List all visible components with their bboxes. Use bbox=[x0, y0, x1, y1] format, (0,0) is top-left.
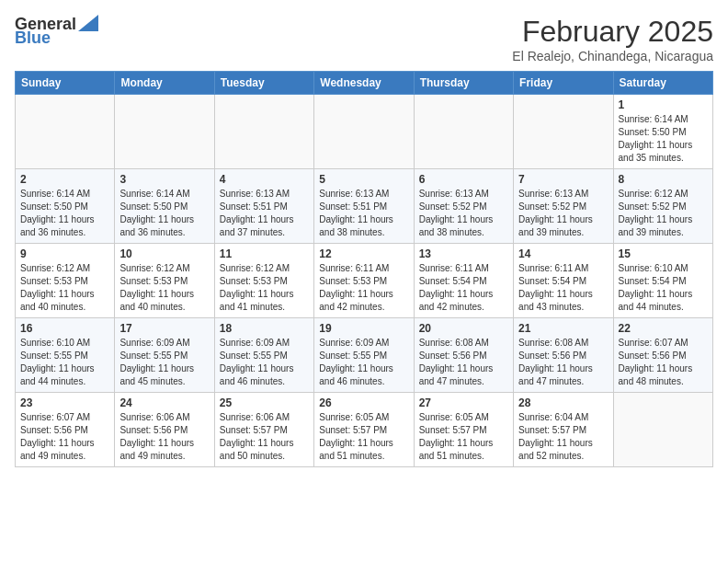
weekday-header-tuesday: Tuesday bbox=[214, 72, 313, 95]
day-number: 18 bbox=[220, 322, 309, 335]
calendar-cell: 13Sunrise: 6:11 AM Sunset: 5:54 PM Dayli… bbox=[414, 244, 513, 318]
day-info: Sunrise: 6:08 AM Sunset: 5:56 PM Dayligh… bbox=[518, 337, 608, 388]
calendar-cell: 15Sunrise: 6:10 AM Sunset: 5:54 PM Dayli… bbox=[613, 244, 712, 318]
day-info: Sunrise: 6:04 AM Sunset: 5:57 PM Dayligh… bbox=[518, 411, 608, 463]
calendar-week-2: 2Sunrise: 6:14 AM Sunset: 5:50 PM Daylig… bbox=[16, 169, 713, 244]
calendar-cell: 18Sunrise: 6:09 AM Sunset: 5:55 PM Dayli… bbox=[214, 318, 313, 393]
calendar-cell: 17Sunrise: 6:09 AM Sunset: 5:55 PM Dayli… bbox=[115, 318, 214, 393]
calendar-cell: 27Sunrise: 6:05 AM Sunset: 5:57 PM Dayli… bbox=[414, 393, 513, 467]
day-number: 24 bbox=[119, 396, 209, 409]
calendar-cell bbox=[613, 393, 712, 467]
day-info: Sunrise: 6:13 AM Sunset: 5:52 PM Dayligh… bbox=[518, 188, 608, 239]
calendar-table: SundayMondayTuesdayWednesdayThursdayFrid… bbox=[15, 71, 713, 467]
calendar-cell: 20Sunrise: 6:08 AM Sunset: 5:56 PM Dayli… bbox=[414, 318, 513, 393]
logo-icon bbox=[78, 15, 98, 31]
day-number: 14 bbox=[518, 247, 608, 260]
day-number: 5 bbox=[319, 173, 408, 186]
weekday-header-wednesday: Wednesday bbox=[314, 72, 414, 95]
day-info: Sunrise: 6:07 AM Sunset: 5:56 PM Dayligh… bbox=[619, 337, 708, 388]
day-info: Sunrise: 6:11 AM Sunset: 5:54 PM Dayligh… bbox=[518, 262, 608, 314]
day-info: Sunrise: 6:09 AM Sunset: 5:55 PM Dayligh… bbox=[319, 337, 408, 388]
page-header: General Blue February 2025 El Realejo, C… bbox=[15, 15, 713, 63]
day-number: 22 bbox=[619, 322, 708, 335]
day-info: Sunrise: 6:12 AM Sunset: 5:53 PM Dayligh… bbox=[119, 262, 209, 314]
calendar-cell: 4Sunrise: 6:13 AM Sunset: 5:51 PM Daylig… bbox=[214, 169, 313, 244]
day-number: 10 bbox=[119, 247, 209, 260]
day-info: Sunrise: 6:13 AM Sunset: 5:51 PM Dayligh… bbox=[220, 188, 309, 239]
day-number: 4 bbox=[220, 173, 309, 186]
calendar-cell: 24Sunrise: 6:06 AM Sunset: 5:56 PM Dayli… bbox=[115, 393, 214, 467]
calendar-cell: 12Sunrise: 6:11 AM Sunset: 5:53 PM Dayli… bbox=[314, 244, 414, 318]
title-block: February 2025 El Realejo, Chinandega, Ni… bbox=[512, 15, 713, 63]
day-info: Sunrise: 6:11 AM Sunset: 5:54 PM Dayligh… bbox=[419, 262, 508, 314]
calendar-cell: 16Sunrise: 6:10 AM Sunset: 5:55 PM Dayli… bbox=[16, 318, 115, 393]
day-number: 27 bbox=[419, 396, 508, 409]
day-number: 19 bbox=[319, 322, 408, 335]
day-number: 28 bbox=[518, 396, 608, 409]
calendar-cell: 26Sunrise: 6:05 AM Sunset: 5:57 PM Dayli… bbox=[314, 393, 414, 467]
calendar-cell: 5Sunrise: 6:13 AM Sunset: 5:51 PM Daylig… bbox=[314, 169, 414, 244]
calendar-cell: 25Sunrise: 6:06 AM Sunset: 5:57 PM Dayli… bbox=[214, 393, 313, 467]
weekday-header-friday: Friday bbox=[514, 72, 613, 95]
day-number: 20 bbox=[419, 322, 508, 335]
month-title: February 2025 bbox=[512, 15, 713, 49]
calendar-cell: 7Sunrise: 6:13 AM Sunset: 5:52 PM Daylig… bbox=[514, 169, 613, 244]
day-info: Sunrise: 6:09 AM Sunset: 5:55 PM Dayligh… bbox=[220, 337, 309, 388]
day-info: Sunrise: 6:14 AM Sunset: 5:50 PM Dayligh… bbox=[20, 188, 109, 239]
calendar-body: 1Sunrise: 6:14 AM Sunset: 5:50 PM Daylig… bbox=[16, 95, 713, 467]
calendar-cell bbox=[514, 95, 613, 169]
day-number: 7 bbox=[518, 173, 608, 186]
day-number: 9 bbox=[20, 247, 109, 260]
day-number: 26 bbox=[319, 396, 408, 409]
day-info: Sunrise: 6:09 AM Sunset: 5:55 PM Dayligh… bbox=[119, 337, 209, 388]
day-number: 1 bbox=[619, 98, 708, 111]
day-number: 3 bbox=[119, 173, 209, 186]
calendar-cell: 14Sunrise: 6:11 AM Sunset: 5:54 PM Dayli… bbox=[514, 244, 613, 318]
day-info: Sunrise: 6:14 AM Sunset: 5:50 PM Dayligh… bbox=[119, 188, 209, 239]
day-info: Sunrise: 6:07 AM Sunset: 5:56 PM Dayligh… bbox=[20, 411, 109, 463]
day-info: Sunrise: 6:12 AM Sunset: 5:52 PM Dayligh… bbox=[619, 188, 708, 239]
day-number: 21 bbox=[518, 322, 608, 335]
calendar-cell bbox=[314, 95, 414, 169]
logo: General Blue bbox=[15, 15, 98, 48]
day-info: Sunrise: 6:10 AM Sunset: 5:55 PM Dayligh… bbox=[20, 337, 109, 388]
calendar-cell: 9Sunrise: 6:12 AM Sunset: 5:53 PM Daylig… bbox=[16, 244, 115, 318]
calendar-cell: 6Sunrise: 6:13 AM Sunset: 5:52 PM Daylig… bbox=[414, 169, 513, 244]
calendar-cell: 3Sunrise: 6:14 AM Sunset: 5:50 PM Daylig… bbox=[115, 169, 214, 244]
calendar-week-1: 1Sunrise: 6:14 AM Sunset: 5:50 PM Daylig… bbox=[16, 95, 713, 169]
calendar-cell: 28Sunrise: 6:04 AM Sunset: 5:57 PM Dayli… bbox=[514, 393, 613, 467]
calendar-cell: 8Sunrise: 6:12 AM Sunset: 5:52 PM Daylig… bbox=[613, 169, 712, 244]
day-info: Sunrise: 6:12 AM Sunset: 5:53 PM Dayligh… bbox=[220, 262, 309, 314]
day-info: Sunrise: 6:14 AM Sunset: 5:50 PM Dayligh… bbox=[619, 113, 708, 165]
calendar-cell: 21Sunrise: 6:08 AM Sunset: 5:56 PM Dayli… bbox=[514, 318, 613, 393]
calendar-cell bbox=[115, 95, 214, 169]
day-info: Sunrise: 6:05 AM Sunset: 5:57 PM Dayligh… bbox=[319, 411, 408, 463]
calendar-cell: 23Sunrise: 6:07 AM Sunset: 5:56 PM Dayli… bbox=[16, 393, 115, 467]
day-number: 25 bbox=[220, 396, 309, 409]
day-number: 23 bbox=[20, 396, 109, 409]
weekday-header-sunday: Sunday bbox=[16, 72, 115, 95]
calendar-cell: 19Sunrise: 6:09 AM Sunset: 5:55 PM Dayli… bbox=[314, 318, 414, 393]
day-info: Sunrise: 6:10 AM Sunset: 5:54 PM Dayligh… bbox=[619, 262, 708, 314]
calendar-header: SundayMondayTuesdayWednesdayThursdayFrid… bbox=[16, 72, 713, 95]
day-number: 8 bbox=[619, 173, 708, 186]
day-number: 16 bbox=[20, 322, 109, 335]
day-number: 6 bbox=[419, 173, 508, 186]
calendar-cell bbox=[414, 95, 513, 169]
day-number: 15 bbox=[619, 247, 708, 260]
calendar-cell: 22Sunrise: 6:07 AM Sunset: 5:56 PM Dayli… bbox=[613, 318, 712, 393]
day-info: Sunrise: 6:08 AM Sunset: 5:56 PM Dayligh… bbox=[419, 337, 508, 388]
day-number: 11 bbox=[220, 247, 309, 260]
calendar-cell bbox=[214, 95, 313, 169]
day-info: Sunrise: 6:13 AM Sunset: 5:52 PM Dayligh… bbox=[419, 188, 508, 239]
weekday-header-monday: Monday bbox=[115, 72, 214, 95]
day-info: Sunrise: 6:13 AM Sunset: 5:51 PM Dayligh… bbox=[319, 188, 408, 239]
day-info: Sunrise: 6:06 AM Sunset: 5:56 PM Dayligh… bbox=[119, 411, 209, 463]
weekday-header-thursday: Thursday bbox=[414, 72, 513, 95]
calendar-cell: 1Sunrise: 6:14 AM Sunset: 5:50 PM Daylig… bbox=[613, 95, 712, 169]
weekday-header-saturday: Saturday bbox=[613, 72, 712, 95]
calendar-cell: 2Sunrise: 6:14 AM Sunset: 5:50 PM Daylig… bbox=[16, 169, 115, 244]
day-number: 13 bbox=[419, 247, 508, 260]
calendar-week-4: 16Sunrise: 6:10 AM Sunset: 5:55 PM Dayli… bbox=[16, 318, 713, 393]
calendar-cell bbox=[16, 95, 115, 169]
